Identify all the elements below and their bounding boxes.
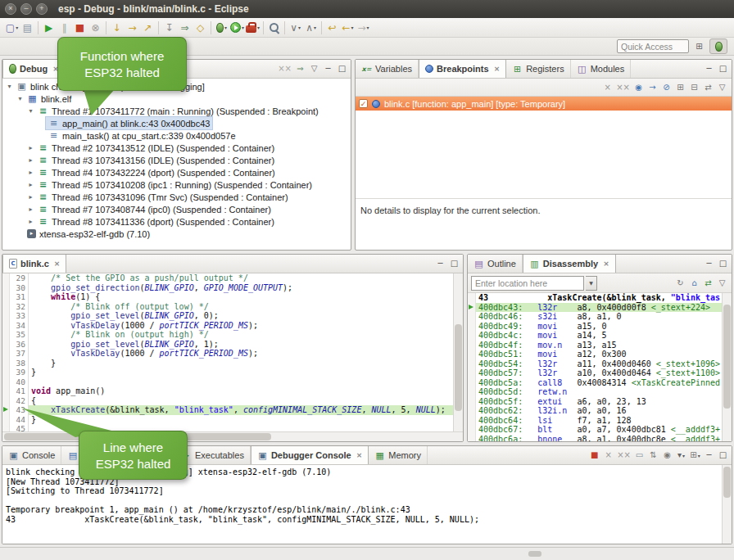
disassembly-line[interactable]: 400dbc46: s32i a8, a1, 0 (476, 312, 722, 322)
minimize-button[interactable]: ─ (703, 62, 715, 75)
display-selected-console-dropdown-icon[interactable]: ▾ (682, 453, 685, 458)
external-tools-dropdown-icon[interactable]: ▾ (257, 25, 260, 30)
disassembly-line[interactable]: 400dbc4f: mov.n a13, a15 (476, 341, 722, 350)
link-with-debug-view-button[interactable]: ⇄ (702, 81, 714, 94)
collapse-arrow-icon[interactable]: ▾ (5, 83, 14, 90)
code-line[interactable]: } (29, 359, 453, 368)
collapse-arrow-icon[interactable]: ▾ (16, 95, 25, 102)
new-wizard-button[interactable]: ▢▾ (4, 20, 20, 36)
close-tab-icon[interactable]: × (356, 451, 363, 459)
expand-arrow-icon[interactable]: ▸ (26, 169, 35, 176)
maximize-button[interactable]: □ (717, 257, 729, 270)
debug-tree-item[interactable]: ▸Thread #5 1073410208 (ipc1 : Running) (… (2, 178, 351, 191)
previous-annotation-button[interactable]: ∧▾ (303, 20, 319, 36)
use-step-filters-button[interactable]: ◇ (193, 20, 208, 36)
console-vertical-scrollbar[interactable] (722, 465, 732, 544)
remove-launch-button[interactable]: × (602, 449, 614, 462)
debug-dropdown-icon[interactable]: ▾ (224, 25, 227, 30)
breakpoint-checkbox[interactable]: ✓ (359, 99, 368, 108)
tab-debugger-console[interactable]: Debugger Console× (251, 446, 369, 464)
code-line[interactable]: { (29, 396, 453, 406)
code-line[interactable]: vTaskDelay(1000 / portTICK_PERIOD_MS); (29, 321, 453, 331)
scrollbar-thumb[interactable] (723, 467, 731, 498)
disassembly-line[interactable]: 400dbc5a: call8 0x40084314 <xTaskCreateP… (476, 378, 722, 388)
debug-tree-item[interactable]: ▸Thread #6 1073431096 (Tmr Svc) (Suspend… (2, 191, 351, 203)
expand-arrow-icon[interactable]: ▸ (26, 144, 35, 151)
code-line[interactable]: gpio_set_direction(BLINK_GPIO, GPIO_MODE… (29, 283, 453, 293)
expand-arrow-icon[interactable]: ▸ (26, 218, 35, 225)
tab-variables[interactable]: Variables (356, 60, 419, 78)
next-annotation-dropdown-icon[interactable]: ▾ (298, 25, 301, 30)
disassembly-line[interactable]: 400dbc67: blt a0, a7, 0x400dbc81 <__addd… (476, 425, 722, 435)
minimize-button[interactable]: ─ (703, 257, 715, 270)
minimize-button[interactable]: ─ (703, 449, 715, 462)
debug-perspective-button[interactable] (709, 38, 727, 54)
code-line[interactable]: gpio_set_level(BLINK_GPIO, 0); (29, 311, 453, 321)
open-console-dropdown-icon[interactable]: ▾ (698, 453, 700, 458)
suspend-button[interactable]: ∥ (57, 20, 72, 36)
maximize-button[interactable]: □ (717, 449, 729, 462)
debug-tree-item[interactable]: main_task() at cpu_start.c:339 0x400d057… (2, 129, 351, 142)
open-console-button[interactable]: ⊞▾ (689, 449, 701, 462)
tab-registers[interactable]: Registers (506, 60, 570, 78)
instruction-stepping-button[interactable]: ⇒ (177, 20, 193, 36)
remove-all-terminated-button[interactable]: ×× (277, 62, 292, 75)
terminate-button[interactable]: ■ (72, 20, 88, 36)
debug-tree-item[interactable]: ▸Thread #7 1073408744 (ipc0) (Suspended … (2, 203, 351, 215)
scrollbar-thumb[interactable] (455, 324, 462, 411)
editor-code-area[interactable]: /* Set the GPIO as a push/pull output */… (29, 273, 453, 431)
disassembly-line[interactable]: 400dbc64: lsi f7, a1, 128 (476, 416, 722, 426)
code-line[interactable]: /* Set the GPIO as a push/pull output */ (29, 273, 453, 283)
show-breakpoints-supported-button[interactable]: ◉ (632, 81, 645, 94)
run-button[interactable]: ▾ (229, 20, 245, 36)
disassembly-line[interactable]: 400dbc5d: retw.n (476, 387, 722, 397)
quick-access-input[interactable] (617, 39, 689, 53)
tab-breakpoints[interactable]: Breakpoints× (419, 60, 506, 78)
forward-dropdown-icon[interactable]: ▾ (367, 25, 369, 30)
debug-tree-item[interactable]: ▸Thread #3 1073413156 (IDLE) (Suspended … (2, 154, 351, 166)
remove-all-breakpoints-button[interactable]: ×× (615, 81, 631, 94)
maximize-button[interactable]: □ (448, 257, 460, 270)
disassembly-line[interactable]: 400dbc5f: extui a6, a0, 23, 13 (476, 397, 722, 407)
expand-arrow-icon[interactable]: ▸ (26, 181, 35, 188)
back-button[interactable]: ←▾ (340, 20, 356, 36)
disconnect-button[interactable]: ⊗ (88, 20, 103, 36)
clear-console-button[interactable]: ▭ (633, 449, 646, 462)
new-wizard-dropdown-icon[interactable]: ▾ (16, 25, 18, 30)
maximize-button[interactable]: □ (717, 62, 729, 75)
disassembly-line[interactable]: 400dbc57: l32r a10, 0x400d0464 <_stext+1… (476, 368, 722, 378)
collapse-arrow-icon[interactable]: ▾ (26, 107, 35, 115)
expand-arrow-icon[interactable]: ▸ (26, 156, 35, 164)
run-dropdown-icon[interactable]: ▾ (242, 25, 244, 30)
window-minimize-button[interactable]: – (20, 3, 32, 15)
next-annotation-button[interactable]: ∨▾ (288, 20, 303, 36)
step-into-button[interactable]: ↓ (109, 20, 125, 36)
current-execution-line[interactable]: xTaskCreate(&blink_task, "blink_task", c… (29, 405, 453, 415)
code-line[interactable]: } (29, 415, 453, 425)
scroll-lock-button[interactable]: ⇅ (647, 449, 659, 462)
refresh-button[interactable]: ↻ (674, 277, 686, 290)
go-to-file-for-breakpoint-button[interactable]: → (646, 81, 659, 94)
maximize-button[interactable]: □ (336, 62, 348, 75)
step-over-button[interactable]: → (125, 20, 140, 36)
code-line[interactable]: void app_main() (29, 386, 453, 396)
code-line[interactable]: while(1) { (29, 292, 453, 302)
remove-all-terminated-launches-button[interactable]: ×× (616, 449, 632, 462)
view-menu-button[interactable]: ▽ (716, 277, 728, 290)
window-close-button[interactable]: × (5, 3, 16, 15)
editor-line-number-ruler[interactable]: 2930313233343536373839404142434445 (10, 273, 29, 431)
view-menu-button[interactable]: ▽ (308, 62, 320, 75)
forward-button[interactable]: →▾ (356, 20, 371, 36)
disassembly-rows[interactable]: 43 xTaskCreate(&blink_task, "blink_tas40… (476, 293, 722, 441)
tab-memory[interactable]: Memory (369, 446, 428, 464)
close-tab-icon[interactable]: × (494, 65, 501, 73)
disassembly-line[interactable]: 400dbc54: l32r a11, 0x400d0460 <_stext+1… (476, 359, 722, 369)
display-selected-console-button[interactable]: ▾▾ (675, 449, 687, 462)
code-line[interactable]: /* Blink off (output low) */ (29, 302, 453, 312)
disassembly-line[interactable]: 400dbc6a: bnone a8, a1, 0x400dbc8e <__ad… (476, 435, 722, 442)
disassembly-line[interactable]: 400dbc51: movi a12, 0x300 (476, 350, 722, 359)
debug-tree-item[interactable]: ▾blink.elf (2, 93, 351, 105)
sync-with-active-debug-context-button[interactable]: ⇄ (702, 277, 714, 290)
tab-modules[interactable]: Modules (571, 60, 632, 78)
terminate-button[interactable]: ■ (588, 449, 600, 462)
